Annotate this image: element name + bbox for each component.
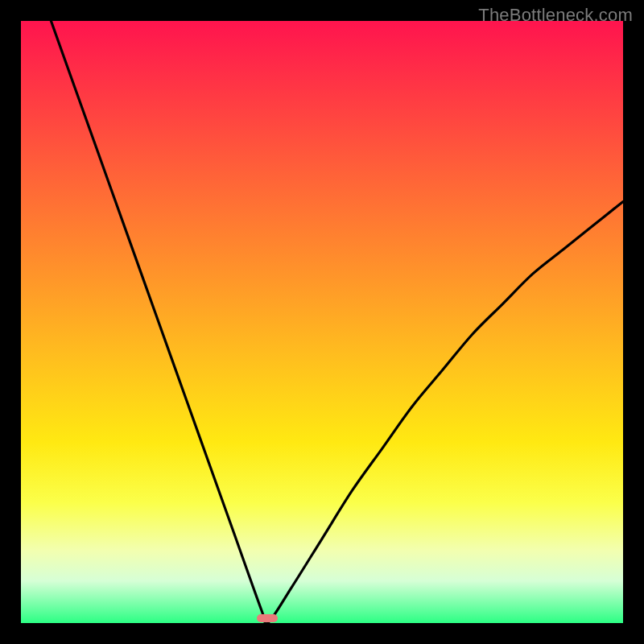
optimum-marker [257, 614, 278, 622]
chart-frame: TheBottleneck.com [0, 0, 644, 644]
bottleneck-curve [21, 21, 623, 623]
watermark-text: TheBottleneck.com [478, 5, 633, 26]
plot-area [21, 21, 623, 623]
